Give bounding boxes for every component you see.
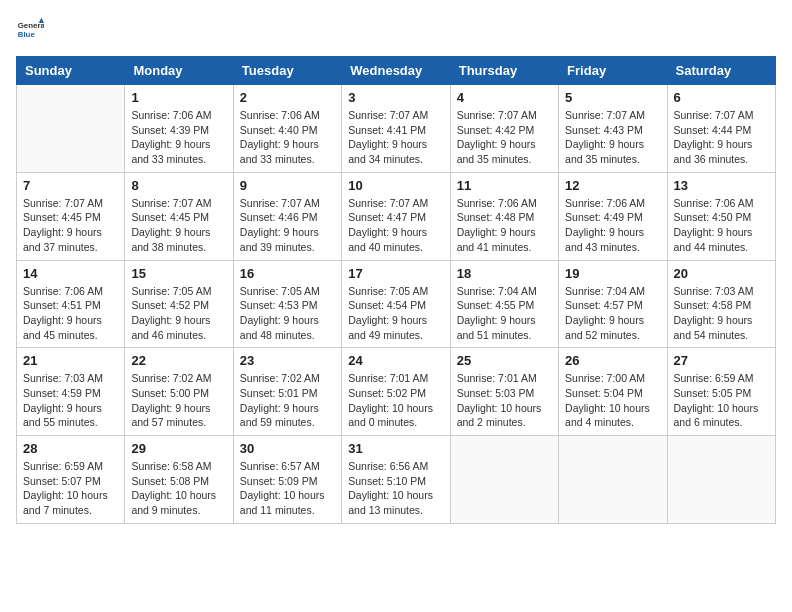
calendar-cell: 23Sunrise: 7:02 AM Sunset: 5:01 PM Dayli… bbox=[233, 348, 341, 436]
weekday-header-thursday: Thursday bbox=[450, 57, 558, 85]
calendar-cell: 4Sunrise: 7:07 AM Sunset: 4:42 PM Daylig… bbox=[450, 85, 558, 173]
day-info: Sunrise: 7:06 AM Sunset: 4:39 PM Dayligh… bbox=[131, 108, 226, 167]
day-number: 19 bbox=[565, 266, 660, 281]
page-header: General Blue bbox=[16, 16, 776, 44]
day-number: 9 bbox=[240, 178, 335, 193]
day-number: 24 bbox=[348, 353, 443, 368]
calendar-cell bbox=[450, 436, 558, 524]
day-info: Sunrise: 7:06 AM Sunset: 4:48 PM Dayligh… bbox=[457, 196, 552, 255]
day-info: Sunrise: 7:04 AM Sunset: 4:55 PM Dayligh… bbox=[457, 284, 552, 343]
weekday-header-tuesday: Tuesday bbox=[233, 57, 341, 85]
weekday-header-monday: Monday bbox=[125, 57, 233, 85]
day-number: 5 bbox=[565, 90, 660, 105]
weekday-header-row: SundayMondayTuesdayWednesdayThursdayFrid… bbox=[17, 57, 776, 85]
day-info: Sunrise: 6:58 AM Sunset: 5:08 PM Dayligh… bbox=[131, 459, 226, 518]
day-info: Sunrise: 7:07 AM Sunset: 4:44 PM Dayligh… bbox=[674, 108, 769, 167]
day-number: 12 bbox=[565, 178, 660, 193]
day-number: 30 bbox=[240, 441, 335, 456]
calendar-cell: 12Sunrise: 7:06 AM Sunset: 4:49 PM Dayli… bbox=[559, 172, 667, 260]
day-number: 4 bbox=[457, 90, 552, 105]
calendar-cell: 30Sunrise: 6:57 AM Sunset: 5:09 PM Dayli… bbox=[233, 436, 341, 524]
calendar-table: SundayMondayTuesdayWednesdayThursdayFrid… bbox=[16, 56, 776, 524]
day-info: Sunrise: 6:56 AM Sunset: 5:10 PM Dayligh… bbox=[348, 459, 443, 518]
calendar-cell: 9Sunrise: 7:07 AM Sunset: 4:46 PM Daylig… bbox=[233, 172, 341, 260]
day-info: Sunrise: 7:07 AM Sunset: 4:43 PM Dayligh… bbox=[565, 108, 660, 167]
day-info: Sunrise: 7:07 AM Sunset: 4:45 PM Dayligh… bbox=[23, 196, 118, 255]
calendar-cell: 14Sunrise: 7:06 AM Sunset: 4:51 PM Dayli… bbox=[17, 260, 125, 348]
day-number: 17 bbox=[348, 266, 443, 281]
day-info: Sunrise: 7:06 AM Sunset: 4:51 PM Dayligh… bbox=[23, 284, 118, 343]
day-number: 14 bbox=[23, 266, 118, 281]
day-info: Sunrise: 7:05 AM Sunset: 4:53 PM Dayligh… bbox=[240, 284, 335, 343]
day-number: 10 bbox=[348, 178, 443, 193]
calendar-cell: 22Sunrise: 7:02 AM Sunset: 5:00 PM Dayli… bbox=[125, 348, 233, 436]
calendar-cell: 16Sunrise: 7:05 AM Sunset: 4:53 PM Dayli… bbox=[233, 260, 341, 348]
day-info: Sunrise: 6:57 AM Sunset: 5:09 PM Dayligh… bbox=[240, 459, 335, 518]
day-number: 13 bbox=[674, 178, 769, 193]
day-info: Sunrise: 7:07 AM Sunset: 4:42 PM Dayligh… bbox=[457, 108, 552, 167]
day-number: 2 bbox=[240, 90, 335, 105]
calendar-cell: 1Sunrise: 7:06 AM Sunset: 4:39 PM Daylig… bbox=[125, 85, 233, 173]
day-number: 28 bbox=[23, 441, 118, 456]
day-info: Sunrise: 7:06 AM Sunset: 4:50 PM Dayligh… bbox=[674, 196, 769, 255]
weekday-header-friday: Friday bbox=[559, 57, 667, 85]
calendar-cell: 2Sunrise: 7:06 AM Sunset: 4:40 PM Daylig… bbox=[233, 85, 341, 173]
day-number: 3 bbox=[348, 90, 443, 105]
day-number: 20 bbox=[674, 266, 769, 281]
day-info: Sunrise: 7:06 AM Sunset: 4:40 PM Dayligh… bbox=[240, 108, 335, 167]
weekday-header-saturday: Saturday bbox=[667, 57, 775, 85]
day-info: Sunrise: 6:59 AM Sunset: 5:05 PM Dayligh… bbox=[674, 371, 769, 430]
day-number: 1 bbox=[131, 90, 226, 105]
weekday-header-sunday: Sunday bbox=[17, 57, 125, 85]
calendar-cell: 8Sunrise: 7:07 AM Sunset: 4:45 PM Daylig… bbox=[125, 172, 233, 260]
day-info: Sunrise: 7:02 AM Sunset: 5:00 PM Dayligh… bbox=[131, 371, 226, 430]
svg-text:Blue: Blue bbox=[18, 30, 36, 39]
day-info: Sunrise: 7:00 AM Sunset: 5:04 PM Dayligh… bbox=[565, 371, 660, 430]
calendar-cell: 7Sunrise: 7:07 AM Sunset: 4:45 PM Daylig… bbox=[17, 172, 125, 260]
day-number: 31 bbox=[348, 441, 443, 456]
day-info: Sunrise: 7:07 AM Sunset: 4:46 PM Dayligh… bbox=[240, 196, 335, 255]
calendar-cell: 26Sunrise: 7:00 AM Sunset: 5:04 PM Dayli… bbox=[559, 348, 667, 436]
day-info: Sunrise: 7:07 AM Sunset: 4:41 PM Dayligh… bbox=[348, 108, 443, 167]
day-number: 7 bbox=[23, 178, 118, 193]
day-info: Sunrise: 7:06 AM Sunset: 4:49 PM Dayligh… bbox=[565, 196, 660, 255]
day-number: 25 bbox=[457, 353, 552, 368]
calendar-cell: 21Sunrise: 7:03 AM Sunset: 4:59 PM Dayli… bbox=[17, 348, 125, 436]
calendar-cell: 19Sunrise: 7:04 AM Sunset: 4:57 PM Dayli… bbox=[559, 260, 667, 348]
calendar-cell: 17Sunrise: 7:05 AM Sunset: 4:54 PM Dayli… bbox=[342, 260, 450, 348]
calendar-week-row: 14Sunrise: 7:06 AM Sunset: 4:51 PM Dayli… bbox=[17, 260, 776, 348]
calendar-week-row: 7Sunrise: 7:07 AM Sunset: 4:45 PM Daylig… bbox=[17, 172, 776, 260]
calendar-week-row: 21Sunrise: 7:03 AM Sunset: 4:59 PM Dayli… bbox=[17, 348, 776, 436]
calendar-cell: 3Sunrise: 7:07 AM Sunset: 4:41 PM Daylig… bbox=[342, 85, 450, 173]
calendar-cell: 27Sunrise: 6:59 AM Sunset: 5:05 PM Dayli… bbox=[667, 348, 775, 436]
calendar-cell: 6Sunrise: 7:07 AM Sunset: 4:44 PM Daylig… bbox=[667, 85, 775, 173]
day-info: Sunrise: 7:04 AM Sunset: 4:57 PM Dayligh… bbox=[565, 284, 660, 343]
day-number: 11 bbox=[457, 178, 552, 193]
weekday-header-wednesday: Wednesday bbox=[342, 57, 450, 85]
day-info: Sunrise: 7:01 AM Sunset: 5:03 PM Dayligh… bbox=[457, 371, 552, 430]
day-number: 8 bbox=[131, 178, 226, 193]
calendar-week-row: 1Sunrise: 7:06 AM Sunset: 4:39 PM Daylig… bbox=[17, 85, 776, 173]
calendar-cell: 28Sunrise: 6:59 AM Sunset: 5:07 PM Dayli… bbox=[17, 436, 125, 524]
logo-icon: General Blue bbox=[16, 16, 44, 44]
calendar-cell bbox=[559, 436, 667, 524]
calendar-cell bbox=[17, 85, 125, 173]
day-info: Sunrise: 7:03 AM Sunset: 4:58 PM Dayligh… bbox=[674, 284, 769, 343]
day-info: Sunrise: 7:07 AM Sunset: 4:45 PM Dayligh… bbox=[131, 196, 226, 255]
day-info: Sunrise: 7:07 AM Sunset: 4:47 PM Dayligh… bbox=[348, 196, 443, 255]
day-number: 15 bbox=[131, 266, 226, 281]
day-info: Sunrise: 7:05 AM Sunset: 4:54 PM Dayligh… bbox=[348, 284, 443, 343]
calendar-cell: 25Sunrise: 7:01 AM Sunset: 5:03 PM Dayli… bbox=[450, 348, 558, 436]
day-number: 26 bbox=[565, 353, 660, 368]
calendar-week-row: 28Sunrise: 6:59 AM Sunset: 5:07 PM Dayli… bbox=[17, 436, 776, 524]
day-number: 18 bbox=[457, 266, 552, 281]
day-number: 16 bbox=[240, 266, 335, 281]
day-info: Sunrise: 7:02 AM Sunset: 5:01 PM Dayligh… bbox=[240, 371, 335, 430]
svg-marker-2 bbox=[39, 18, 44, 23]
day-number: 22 bbox=[131, 353, 226, 368]
calendar-cell: 24Sunrise: 7:01 AM Sunset: 5:02 PM Dayli… bbox=[342, 348, 450, 436]
logo: General Blue bbox=[16, 16, 48, 44]
day-number: 23 bbox=[240, 353, 335, 368]
day-number: 29 bbox=[131, 441, 226, 456]
calendar-cell: 11Sunrise: 7:06 AM Sunset: 4:48 PM Dayli… bbox=[450, 172, 558, 260]
